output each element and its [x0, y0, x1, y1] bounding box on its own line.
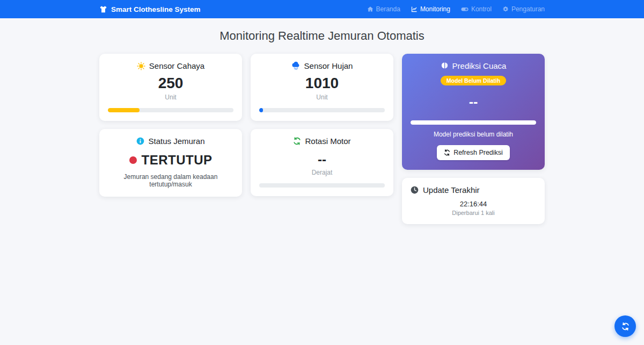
card-sensor-cahaya: Sensor Cahaya 250 Unit: [99, 54, 242, 121]
brand[interactable]: Smart Clothesline System: [99, 5, 201, 13]
card-title: Sensor Hujan: [304, 61, 353, 70]
sun-icon: [137, 62, 145, 70]
nav-links: Beranda Monitoring Kontr: [367, 5, 545, 13]
nav-item-kontrol[interactable]: Kontrol: [461, 5, 492, 13]
nav-item-monitoring[interactable]: Monitoring: [411, 5, 450, 13]
prediksi-note: Model prediksi belum dilatih: [411, 131, 536, 138]
status-description: Jemuran sedang dalam keadaan tertutup/ma…: [108, 173, 233, 188]
status-dot: [129, 156, 137, 164]
home-icon: [367, 6, 374, 12]
brain-icon: [441, 62, 449, 70]
status-text: TERTUTUP: [142, 153, 213, 168]
card-title: Rotasi Motor: [305, 136, 350, 146]
gear-icon: [502, 6, 509, 12]
last-update-time: 22:16:44: [411, 200, 536, 208]
nav-item-beranda[interactable]: Beranda: [367, 5, 400, 13]
prediksi-value: --: [411, 94, 536, 110]
sensor-cahaya-value: 250: [108, 75, 233, 92]
page-title: Monitoring Realtime Jemuran Otomatis: [99, 29, 545, 43]
sensor-hujan-progress: [259, 108, 385, 112]
sensor-cahaya-progress: [108, 108, 233, 112]
card-title: Update Terakhir: [423, 185, 480, 195]
top-navbar: Smart Clothesline System Beranda M: [0, 0, 644, 18]
sync-icon: [621, 322, 630, 330]
rotasi-motor-value: --: [259, 152, 385, 167]
card-prediksi-cuaca: Prediksi Cuaca Model Belum Dilatih -- Mo…: [402, 54, 545, 170]
card-title: Status Jemuran: [148, 136, 204, 146]
card-rotasi-motor: Rotasi Motor -- Derajat: [251, 129, 393, 196]
info-icon: [136, 137, 144, 145]
card-update-terakhir: Update Terakhir 22:16:44 Diperbarui 1 ka…: [402, 178, 545, 224]
clock-icon: [411, 186, 419, 194]
brand-title: Smart Clothesline System: [111, 5, 201, 13]
rotasi-motor-progress: [259, 183, 385, 188]
refresh-fab-button[interactable]: [614, 315, 636, 337]
cloud-rain-icon: [291, 61, 301, 70]
card-status-jemuran: Status Jemuran TERTUTUP Jemuran sedang d…: [99, 129, 242, 197]
toggle-icon: [461, 6, 469, 12]
sensor-hujan-unit: Unit: [259, 94, 385, 101]
sensor-cahaya-unit: Unit: [108, 94, 233, 101]
prediksi-progress: [411, 120, 536, 125]
sync-icon: [293, 137, 301, 145]
card-title: Prediksi Cuaca: [452, 61, 507, 70]
card-title: Sensor Cahaya: [149, 61, 204, 70]
update-count: Diperbarui 1 kali: [411, 210, 536, 216]
refresh-icon: [444, 149, 450, 156]
nav-item-pengaturan[interactable]: Pengaturan: [502, 5, 545, 13]
sensor-hujan-value: 1010: [259, 75, 385, 92]
tshirt-icon: [99, 5, 107, 13]
rotasi-motor-unit: Derajat: [259, 169, 385, 176]
model-status-badge: Model Belum Dilatih: [441, 76, 506, 85]
chart-line-icon: [411, 6, 418, 12]
card-sensor-hujan: Sensor Hujan 1010 Unit: [251, 54, 393, 121]
refresh-prediksi-button[interactable]: Refresh Prediksi: [437, 145, 510, 160]
main-content: Monitoring Realtime Jemuran Otomatis: [99, 18, 545, 224]
